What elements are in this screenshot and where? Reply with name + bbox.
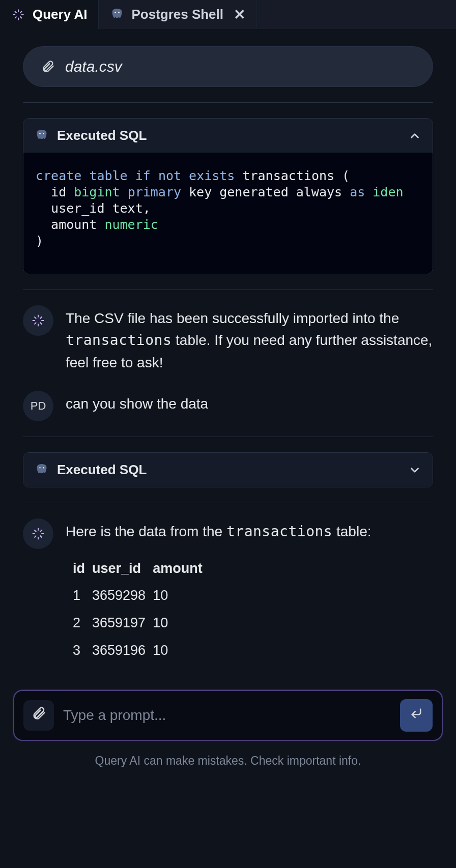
sparkle-icon xyxy=(31,313,46,328)
ai-message: The CSV file has been successfully impor… xyxy=(23,305,433,373)
table-header: id xyxy=(73,558,85,580)
tab-label: Query AI xyxy=(33,7,87,22)
user-avatar: PD xyxy=(23,391,53,421)
table-cell: 10 xyxy=(153,640,203,661)
table-header: user_id xyxy=(92,558,146,580)
attach-button[interactable] xyxy=(23,700,54,731)
ai-avatar xyxy=(23,305,53,336)
divider xyxy=(23,437,433,437)
disclaimer-text: Query AI can make mistakes. Check import… xyxy=(0,754,456,768)
table-cell: 10 xyxy=(153,585,203,606)
prompt-input-bar: Type a prompt... xyxy=(13,690,443,741)
executed-sql-label: Executed SQL xyxy=(57,462,147,478)
postgres-icon xyxy=(35,463,49,477)
divider xyxy=(23,503,433,503)
svg-point-1 xyxy=(119,12,120,13)
chevron-down-icon xyxy=(408,464,421,477)
tab-query-ai[interactable]: Query AI xyxy=(0,0,99,29)
svg-point-2 xyxy=(39,133,40,134)
sparkle-icon xyxy=(11,8,25,22)
table-cell: 3659196 xyxy=(92,640,146,661)
attachment-pill[interactable]: data.csv xyxy=(23,46,433,87)
ai-message-text: Here is the data from the transactions t… xyxy=(66,518,433,668)
executed-sql-header[interactable]: Executed SQL xyxy=(23,453,433,487)
tab-postgres-shell[interactable]: Postgres Shell ✕ xyxy=(99,0,257,29)
executed-sql-header[interactable]: Executed SQL xyxy=(23,119,433,153)
svg-point-3 xyxy=(43,133,44,134)
sql-code-block: create table if not exists transactions … xyxy=(23,153,433,274)
close-icon[interactable]: ✕ xyxy=(234,8,245,22)
divider xyxy=(23,290,433,290)
table-cell: 10 xyxy=(153,613,203,634)
user-initials: PD xyxy=(31,399,46,413)
user-message-text: can you show the data xyxy=(66,391,433,415)
table-cell: 3 xyxy=(73,640,85,661)
prompt-input[interactable]: Type a prompt... xyxy=(63,707,391,724)
table-cell: 1 xyxy=(73,585,85,606)
table-row: 3365919610 xyxy=(73,640,203,661)
user-message: PD can you show the data xyxy=(23,391,433,421)
tab-label: Postgres Shell xyxy=(131,7,223,22)
paperclip-icon xyxy=(41,60,55,74)
tab-bar: Query AI Postgres Shell ✕ xyxy=(0,0,456,29)
divider xyxy=(23,102,433,103)
postgres-icon xyxy=(110,8,124,22)
executed-sql-card: Executed SQL create table if not exists … xyxy=(23,118,433,274)
svg-point-4 xyxy=(39,467,40,468)
table-cell: 3659197 xyxy=(92,613,146,634)
postgres-icon xyxy=(35,129,49,143)
result-table: iduser_idamount1365929810236591971033659… xyxy=(66,552,210,668)
svg-point-0 xyxy=(115,12,116,13)
enter-icon xyxy=(409,706,423,724)
attachment-filename: data.csv xyxy=(65,58,122,75)
table-header: amount xyxy=(153,558,203,580)
ai-message-text: The CSV file has been successfully impor… xyxy=(66,305,433,373)
table-cell: 2 xyxy=(73,613,85,634)
table-row: 1365929810 xyxy=(73,585,203,606)
svg-point-5 xyxy=(43,467,44,468)
table-cell: 3659298 xyxy=(92,585,146,606)
table-row: 2365919710 xyxy=(73,613,203,634)
ai-avatar xyxy=(23,518,53,549)
executed-sql-card: Executed SQL xyxy=(23,452,433,487)
executed-sql-label: Executed SQL xyxy=(57,128,147,143)
ai-message: Here is the data from the transactions t… xyxy=(23,518,433,668)
paperclip-icon xyxy=(31,706,46,725)
send-button[interactable] xyxy=(400,699,433,732)
chevron-up-icon xyxy=(408,129,421,142)
sparkle-icon xyxy=(31,526,46,541)
